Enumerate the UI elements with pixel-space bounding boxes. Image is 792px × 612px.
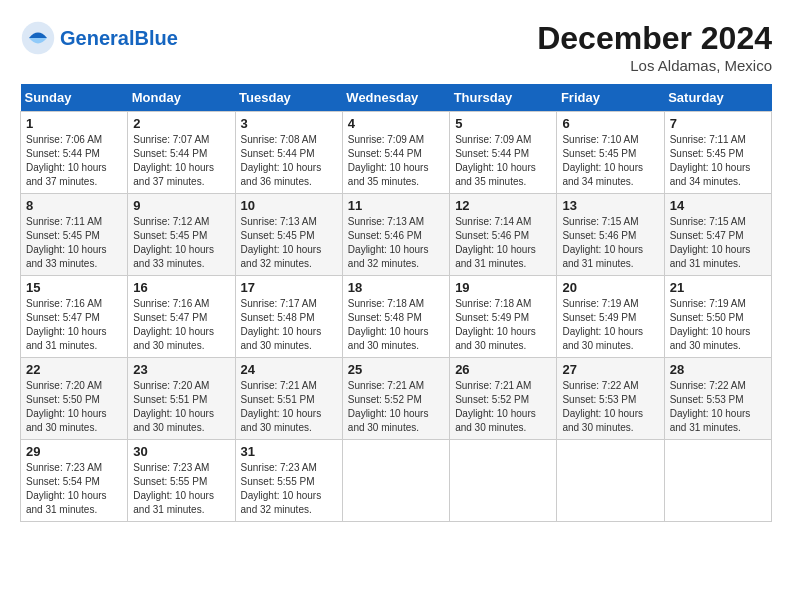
day-info: Sunrise: 7:18 AM Sunset: 5:48 PM Dayligh…: [348, 297, 444, 353]
day-number: 26: [455, 362, 551, 377]
day-number: 3: [241, 116, 337, 131]
calendar-cell: 14 Sunrise: 7:15 AM Sunset: 5:47 PM Dayl…: [664, 194, 771, 276]
logo: GeneralBlue: [20, 20, 178, 56]
day-info: Sunrise: 7:18 AM Sunset: 5:49 PM Dayligh…: [455, 297, 551, 353]
day-info: Sunrise: 7:13 AM Sunset: 5:46 PM Dayligh…: [348, 215, 444, 271]
calendar-cell: 28 Sunrise: 7:22 AM Sunset: 5:53 PM Dayl…: [664, 358, 771, 440]
day-number: 14: [670, 198, 766, 213]
day-number: 6: [562, 116, 658, 131]
day-info: Sunrise: 7:11 AM Sunset: 5:45 PM Dayligh…: [26, 215, 122, 271]
header-tuesday: Tuesday: [235, 84, 342, 112]
day-number: 8: [26, 198, 122, 213]
day-number: 4: [348, 116, 444, 131]
calendar-week-row: 1 Sunrise: 7:06 AM Sunset: 5:44 PM Dayli…: [21, 112, 772, 194]
day-info: Sunrise: 7:23 AM Sunset: 5:54 PM Dayligh…: [26, 461, 122, 517]
day-info: Sunrise: 7:06 AM Sunset: 5:44 PM Dayligh…: [26, 133, 122, 189]
calendar-cell: 22 Sunrise: 7:20 AM Sunset: 5:50 PM Dayl…: [21, 358, 128, 440]
title-block: December 2024 Los Aldamas, Mexico: [537, 20, 772, 74]
day-number: 25: [348, 362, 444, 377]
calendar-cell: 20 Sunrise: 7:19 AM Sunset: 5:49 PM Dayl…: [557, 276, 664, 358]
day-number: 5: [455, 116, 551, 131]
day-info: Sunrise: 7:23 AM Sunset: 5:55 PM Dayligh…: [133, 461, 229, 517]
header-sunday: Sunday: [21, 84, 128, 112]
day-number: 10: [241, 198, 337, 213]
calendar-cell: 16 Sunrise: 7:16 AM Sunset: 5:47 PM Dayl…: [128, 276, 235, 358]
day-number: 18: [348, 280, 444, 295]
day-number: 11: [348, 198, 444, 213]
day-number: 2: [133, 116, 229, 131]
calendar-table: Sunday Monday Tuesday Wednesday Thursday…: [20, 84, 772, 522]
day-info: Sunrise: 7:21 AM Sunset: 5:52 PM Dayligh…: [348, 379, 444, 435]
day-info: Sunrise: 7:20 AM Sunset: 5:50 PM Dayligh…: [26, 379, 122, 435]
calendar-cell: 29 Sunrise: 7:23 AM Sunset: 5:54 PM Dayl…: [21, 440, 128, 522]
calendar-cell: 26 Sunrise: 7:21 AM Sunset: 5:52 PM Dayl…: [450, 358, 557, 440]
calendar-week-row: 15 Sunrise: 7:16 AM Sunset: 5:47 PM Dayl…: [21, 276, 772, 358]
day-info: Sunrise: 7:17 AM Sunset: 5:48 PM Dayligh…: [241, 297, 337, 353]
day-number: 20: [562, 280, 658, 295]
day-info: Sunrise: 7:13 AM Sunset: 5:45 PM Dayligh…: [241, 215, 337, 271]
calendar-cell: 3 Sunrise: 7:08 AM Sunset: 5:44 PM Dayli…: [235, 112, 342, 194]
logo-general: General: [60, 27, 134, 49]
day-number: 15: [26, 280, 122, 295]
day-number: 31: [241, 444, 337, 459]
month-title: December 2024: [537, 20, 772, 57]
calendar-cell: 18 Sunrise: 7:18 AM Sunset: 5:48 PM Dayl…: [342, 276, 449, 358]
calendar-week-row: 29 Sunrise: 7:23 AM Sunset: 5:54 PM Dayl…: [21, 440, 772, 522]
calendar-cell: 4 Sunrise: 7:09 AM Sunset: 5:44 PM Dayli…: [342, 112, 449, 194]
calendar-cell: 15 Sunrise: 7:16 AM Sunset: 5:47 PM Dayl…: [21, 276, 128, 358]
day-number: 1: [26, 116, 122, 131]
calendar-cell: 24 Sunrise: 7:21 AM Sunset: 5:51 PM Dayl…: [235, 358, 342, 440]
calendar-cell: [557, 440, 664, 522]
day-info: Sunrise: 7:11 AM Sunset: 5:45 PM Dayligh…: [670, 133, 766, 189]
day-info: Sunrise: 7:21 AM Sunset: 5:51 PM Dayligh…: [241, 379, 337, 435]
day-number: 22: [26, 362, 122, 377]
logo-blue: Blue: [134, 27, 177, 49]
day-number: 27: [562, 362, 658, 377]
day-number: 24: [241, 362, 337, 377]
day-info: Sunrise: 7:22 AM Sunset: 5:53 PM Dayligh…: [562, 379, 658, 435]
calendar-cell: 30 Sunrise: 7:23 AM Sunset: 5:55 PM Dayl…: [128, 440, 235, 522]
day-info: Sunrise: 7:20 AM Sunset: 5:51 PM Dayligh…: [133, 379, 229, 435]
day-info: Sunrise: 7:19 AM Sunset: 5:50 PM Dayligh…: [670, 297, 766, 353]
calendar-cell: 1 Sunrise: 7:06 AM Sunset: 5:44 PM Dayli…: [21, 112, 128, 194]
calendar-cell: 2 Sunrise: 7:07 AM Sunset: 5:44 PM Dayli…: [128, 112, 235, 194]
day-info: Sunrise: 7:14 AM Sunset: 5:46 PM Dayligh…: [455, 215, 551, 271]
day-number: 23: [133, 362, 229, 377]
day-info: Sunrise: 7:09 AM Sunset: 5:44 PM Dayligh…: [455, 133, 551, 189]
day-info: Sunrise: 7:07 AM Sunset: 5:44 PM Dayligh…: [133, 133, 229, 189]
day-info: Sunrise: 7:09 AM Sunset: 5:44 PM Dayligh…: [348, 133, 444, 189]
header-saturday: Saturday: [664, 84, 771, 112]
day-number: 13: [562, 198, 658, 213]
day-number: 9: [133, 198, 229, 213]
day-info: Sunrise: 7:22 AM Sunset: 5:53 PM Dayligh…: [670, 379, 766, 435]
header-thursday: Thursday: [450, 84, 557, 112]
page-header: GeneralBlue December 2024 Los Aldamas, M…: [20, 20, 772, 74]
header-friday: Friday: [557, 84, 664, 112]
calendar-header-row: Sunday Monday Tuesday Wednesday Thursday…: [21, 84, 772, 112]
day-number: 21: [670, 280, 766, 295]
calendar-cell: 12 Sunrise: 7:14 AM Sunset: 5:46 PM Dayl…: [450, 194, 557, 276]
location: Los Aldamas, Mexico: [537, 57, 772, 74]
day-info: Sunrise: 7:15 AM Sunset: 5:47 PM Dayligh…: [670, 215, 766, 271]
calendar-cell: 9 Sunrise: 7:12 AM Sunset: 5:45 PM Dayli…: [128, 194, 235, 276]
calendar-cell: 8 Sunrise: 7:11 AM Sunset: 5:45 PM Dayli…: [21, 194, 128, 276]
day-number: 30: [133, 444, 229, 459]
calendar-cell: 5 Sunrise: 7:09 AM Sunset: 5:44 PM Dayli…: [450, 112, 557, 194]
day-info: Sunrise: 7:15 AM Sunset: 5:46 PM Dayligh…: [562, 215, 658, 271]
calendar-cell: 6 Sunrise: 7:10 AM Sunset: 5:45 PM Dayli…: [557, 112, 664, 194]
day-number: 7: [670, 116, 766, 131]
calendar-cell: [664, 440, 771, 522]
day-number: 16: [133, 280, 229, 295]
calendar-cell: 13 Sunrise: 7:15 AM Sunset: 5:46 PM Dayl…: [557, 194, 664, 276]
calendar-cell: 10 Sunrise: 7:13 AM Sunset: 5:45 PM Dayl…: [235, 194, 342, 276]
day-info: Sunrise: 7:19 AM Sunset: 5:49 PM Dayligh…: [562, 297, 658, 353]
day-info: Sunrise: 7:12 AM Sunset: 5:45 PM Dayligh…: [133, 215, 229, 271]
calendar-cell: 27 Sunrise: 7:22 AM Sunset: 5:53 PM Dayl…: [557, 358, 664, 440]
day-number: 17: [241, 280, 337, 295]
calendar-cell: 23 Sunrise: 7:20 AM Sunset: 5:51 PM Dayl…: [128, 358, 235, 440]
day-number: 29: [26, 444, 122, 459]
general-blue-icon: [20, 20, 56, 56]
calendar-week-row: 8 Sunrise: 7:11 AM Sunset: 5:45 PM Dayli…: [21, 194, 772, 276]
day-info: Sunrise: 7:21 AM Sunset: 5:52 PM Dayligh…: [455, 379, 551, 435]
day-info: Sunrise: 7:10 AM Sunset: 5:45 PM Dayligh…: [562, 133, 658, 189]
